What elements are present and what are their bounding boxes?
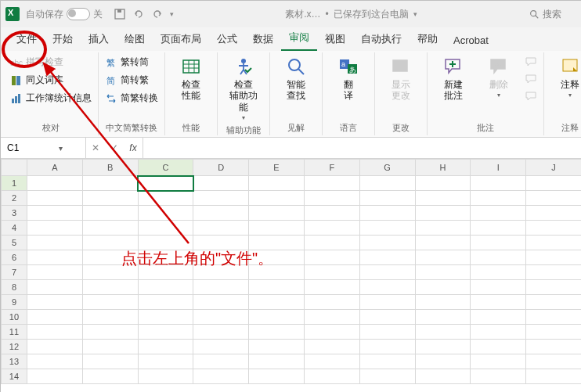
row-header-7[interactable]: 7 xyxy=(2,265,27,280)
row-header-12[interactable]: 12 xyxy=(2,340,27,354)
cell-B14[interactable] xyxy=(82,369,138,384)
cell-E2[interactable] xyxy=(249,191,305,206)
cell-B12[interactable] xyxy=(82,340,138,354)
cell-C9[interactable] xyxy=(138,295,193,310)
cell-D6[interactable] xyxy=(193,250,249,265)
cell-I8[interactable] xyxy=(471,280,526,295)
cell-C10[interactable] xyxy=(138,310,193,325)
cell-B11[interactable] xyxy=(82,325,138,340)
tab-view[interactable]: 视图 xyxy=(317,27,353,51)
tab-data[interactable]: 数据 xyxy=(245,27,281,51)
cell-J8[interactable] xyxy=(526,280,581,295)
cell-J4[interactable] xyxy=(526,221,581,236)
cell-H8[interactable] xyxy=(415,280,471,295)
cell-F13[interactable] xyxy=(304,354,359,369)
title-chevron-down-icon[interactable]: ▾ xyxy=(413,10,417,18)
cell-A6[interactable] xyxy=(27,250,82,265)
toggle-switch[interactable] xyxy=(67,8,90,20)
cell-D7[interactable] xyxy=(193,265,249,280)
cell-F4[interactable] xyxy=(304,221,359,236)
cell-D13[interactable] xyxy=(193,354,249,369)
cell-H12[interactable] xyxy=(415,340,471,354)
name-box-chevron-down-icon[interactable]: ▾ xyxy=(59,144,63,153)
cell-J11[interactable] xyxy=(526,325,581,340)
cell-A3[interactable] xyxy=(27,206,82,221)
cell-A10[interactable] xyxy=(27,310,82,325)
cell-A5[interactable] xyxy=(27,236,82,250)
cell-G4[interactable] xyxy=(359,221,415,236)
cell-J1[interactable] xyxy=(526,176,581,191)
cell-D4[interactable] xyxy=(193,221,249,236)
col-header-I[interactable]: I xyxy=(471,160,526,176)
cell-F11[interactable] xyxy=(304,325,359,340)
cell-E9[interactable] xyxy=(249,295,305,310)
spell-check-button[interactable]: abc 拼写检查 xyxy=(9,54,93,70)
cell-G1[interactable] xyxy=(359,176,415,191)
cell-H5[interactable] xyxy=(415,236,471,250)
cell-J2[interactable] xyxy=(526,191,581,206)
cell-C5[interactable] xyxy=(138,236,193,250)
row-header-1[interactable]: 1 xyxy=(2,176,27,191)
select-all-corner[interactable] xyxy=(2,160,27,176)
row-header-3[interactable]: 3 xyxy=(2,206,27,221)
cell-A1[interactable] xyxy=(27,176,82,191)
tab-home[interactable]: 开始 xyxy=(45,27,81,51)
col-header-B[interactable]: B xyxy=(82,160,138,176)
tab-insert[interactable]: 插入 xyxy=(81,27,117,51)
cell-I10[interactable] xyxy=(471,310,526,325)
cell-E11[interactable] xyxy=(249,325,305,340)
cell-D8[interactable] xyxy=(193,280,249,295)
cell-G8[interactable] xyxy=(359,280,415,295)
cell-F1[interactable] xyxy=(304,176,359,191)
cell-J5[interactable] xyxy=(526,236,581,250)
cell-D3[interactable] xyxy=(193,206,249,221)
cell-E6[interactable] xyxy=(249,250,305,265)
cell-D10[interactable] xyxy=(193,310,249,325)
cell-H4[interactable] xyxy=(415,221,471,236)
cell-E3[interactable] xyxy=(249,206,305,221)
cell-I7[interactable] xyxy=(471,265,526,280)
cell-E8[interactable] xyxy=(249,280,305,295)
notes-button[interactable]: 注释 ▾ xyxy=(549,54,581,100)
cell-C7[interactable] xyxy=(138,265,193,280)
cell-F14[interactable] xyxy=(304,369,359,384)
workbook-stats-button[interactable]: 工作簿统计信息 xyxy=(9,90,93,106)
row-header-13[interactable]: 13 xyxy=(2,354,27,369)
cell-A14[interactable] xyxy=(27,369,82,384)
row-header-2[interactable]: 2 xyxy=(2,191,27,206)
cell-H9[interactable] xyxy=(415,295,471,310)
col-header-C[interactable]: C xyxy=(138,160,193,176)
cell-C14[interactable] xyxy=(138,369,193,384)
cell-F6[interactable] xyxy=(304,250,359,265)
cell-A13[interactable] xyxy=(27,354,82,369)
tab-draw[interactable]: 绘图 xyxy=(117,27,153,51)
cell-C4[interactable] xyxy=(138,221,193,236)
cell-H13[interactable] xyxy=(415,354,471,369)
cell-D2[interactable] xyxy=(193,191,249,206)
cell-G9[interactable] xyxy=(359,295,415,310)
cell-A9[interactable] xyxy=(27,295,82,310)
col-header-H[interactable]: H xyxy=(415,160,471,176)
cell-D1[interactable] xyxy=(193,176,249,191)
row-header-10[interactable]: 10 xyxy=(2,310,27,325)
cell-B10[interactable] xyxy=(82,310,138,325)
undo-icon[interactable] xyxy=(132,8,145,20)
cell-D12[interactable] xyxy=(193,340,249,354)
tab-acrobat[interactable]: Acrobat xyxy=(446,30,496,51)
translate-button[interactable]: aあ 翻 译 xyxy=(327,54,370,103)
cell-J6[interactable] xyxy=(526,250,581,265)
cell-C8[interactable] xyxy=(138,280,193,295)
cell-C11[interactable] xyxy=(138,325,193,340)
cell-H1[interactable] xyxy=(415,176,471,191)
cell-I6[interactable] xyxy=(471,250,526,265)
cell-I2[interactable] xyxy=(471,191,526,206)
cell-D5[interactable] xyxy=(193,236,249,250)
cell-H3[interactable] xyxy=(415,206,471,221)
cell-A4[interactable] xyxy=(27,221,82,236)
row-header-8[interactable]: 8 xyxy=(2,280,27,295)
cell-I14[interactable] xyxy=(471,369,526,384)
cell-F9[interactable] xyxy=(304,295,359,310)
cell-J9[interactable] xyxy=(526,295,581,310)
tab-file[interactable]: 文件 xyxy=(9,27,45,51)
col-header-F[interactable]: F xyxy=(304,160,359,176)
